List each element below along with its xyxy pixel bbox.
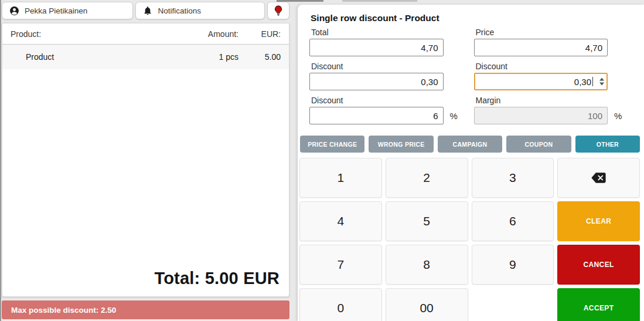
accept-button[interactable]: ACCEPT — [557, 288, 640, 321]
coupon-button[interactable]: COUPON — [506, 136, 571, 153]
person-icon — [9, 6, 19, 16]
row-product-amount: 1 pcs — [174, 52, 238, 62]
max-discount-warning: Max possible discount: 2.50 — [2, 300, 289, 319]
numpad-key-6[interactable]: 6 — [472, 201, 554, 241]
order-list-header: Product: Amount: EUR: — [2, 23, 289, 45]
percent-sign: % — [614, 111, 622, 121]
total-input[interactable] — [309, 39, 444, 56]
field-margin-label: Margin — [476, 96, 608, 105]
max-discount-warning-text: Max possible discount: 2.50 — [11, 306, 116, 315]
number-spinner[interactable] — [599, 78, 604, 86]
top-bar: Pekka Pietikainen Notifications — [2, 2, 289, 19]
cancel-button[interactable]: CANCEL — [557, 245, 640, 285]
backspace-key[interactable] — [557, 158, 640, 198]
numpad: 1 2 3 4 5 6 CLEAR 7 8 9 CANCEL 0 00 ACCE… — [299, 158, 640, 321]
other-button[interactable]: OTHER — [575, 136, 640, 153]
wrong-price-button[interactable]: WRONG PRICE — [369, 136, 433, 153]
discount-amount-input[interactable] — [309, 73, 444, 90]
discount-reason-buttons: PRICE CHANGE WRONG PRICE CAMPAIGN COUPON… — [300, 136, 640, 153]
numpad-empty-cell — [472, 288, 554, 321]
field-discount-amount-focused: Discount — [474, 62, 608, 90]
header-amount: Amount: — [174, 29, 238, 39]
numpad-key-00[interactable]: 00 — [386, 288, 468, 321]
notifications-label: Notifications — [158, 6, 201, 15]
row-product-price: 5.00 — [238, 52, 281, 62]
numpad-key-0[interactable]: 0 — [299, 288, 382, 321]
lamp-button[interactable] — [267, 2, 289, 19]
price-change-button[interactable]: PRICE CHANGE — [300, 136, 364, 153]
order-list-card: Product: Amount: EUR: Product 1 pcs 5.00… — [2, 23, 289, 297]
numpad-key-3[interactable]: 3 — [472, 158, 554, 198]
lightbulb-icon — [274, 5, 283, 16]
price-input[interactable] — [474, 39, 608, 56]
percent-sign: % — [450, 111, 458, 121]
field-discount-percent: Discount % — [309, 96, 444, 124]
spinner-up-icon[interactable] — [599, 78, 604, 81]
field-margin: Margin % — [474, 96, 608, 124]
window-edge-artifact — [342, 0, 417, 2]
numpad-key-5[interactable]: 5 — [386, 201, 468, 241]
dialog-title: Single row discount - Product — [311, 13, 644, 23]
header-eur: EUR: — [238, 29, 281, 39]
field-discount-amount: Discount — [309, 62, 444, 90]
order-total: Total: 5.00 EUR — [2, 265, 289, 296]
discount-fields: Total Price Discount Discount — [309, 28, 608, 130]
bell-icon — [143, 6, 152, 15]
order-list-empty-space — [2, 69, 289, 265]
discount-amount-input-focused[interactable] — [474, 73, 608, 90]
field-discount-percent-label: Discount — [311, 96, 444, 105]
numpad-key-9[interactable]: 9 — [472, 245, 554, 285]
receipt-panel: Pekka Pietikainen Notifications Product:… — [0, 0, 291, 321]
field-price-label: Price — [476, 28, 608, 37]
discount-dialog: Single row discount - Product Total Pric… — [298, 5, 644, 321]
field-discount-focused-label: Discount — [476, 62, 608, 71]
field-discount-amount-label: Discount — [311, 62, 444, 71]
field-price: Price — [474, 28, 608, 56]
campaign-button[interactable]: CAMPAIGN — [438, 136, 502, 153]
margin-input — [474, 107, 608, 124]
user-name-label: Pekka Pietikainen — [25, 6, 87, 15]
user-button[interactable]: Pekka Pietikainen — [2, 2, 133, 19]
text-caret — [592, 77, 593, 86]
numpad-key-4[interactable]: 4 — [299, 201, 382, 241]
numpad-key-2[interactable]: 2 — [386, 158, 468, 198]
numpad-key-8[interactable]: 8 — [386, 245, 468, 285]
window-left-edge — [0, 0, 1, 321]
order-row-product[interactable]: Product 1 pcs 5.00 — [2, 45, 289, 69]
field-total-label: Total — [311, 28, 444, 37]
clear-button[interactable]: CLEAR — [557, 201, 640, 241]
notifications-button[interactable]: Notifications — [135, 2, 265, 19]
numpad-key-1[interactable]: 1 — [299, 158, 382, 198]
header-product: Product: — [11, 29, 174, 39]
discount-percent-input[interactable] — [309, 107, 444, 124]
row-product-name: Product — [11, 52, 174, 62]
spinner-down-icon[interactable] — [599, 83, 604, 86]
field-total: Total — [309, 28, 444, 56]
backspace-icon — [591, 172, 606, 184]
numpad-key-7[interactable]: 7 — [299, 245, 382, 285]
